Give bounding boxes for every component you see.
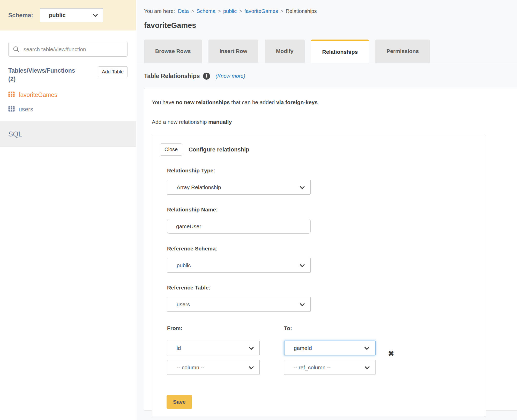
tables-header-row: Tables/Views/Functions (2) Add Table [8, 66, 128, 84]
reference-schema-label: Reference Schema: [167, 246, 486, 252]
from-column-placeholder: -- column -- [177, 364, 204, 371]
remove-mapping-icon[interactable]: ✖ [388, 350, 394, 375]
tab-bar: Browse Rows Insert Row Modify Relationsh… [137, 40, 517, 63]
tab-insert-row[interactable]: Insert Row [208, 40, 258, 63]
main-content: You are here: Data>Schema>public>favorit… [137, 0, 517, 420]
text-fragment: You have [152, 99, 176, 105]
relationship-type-select[interactable]: Array Relationship [167, 180, 311, 195]
breadcrumb-prefix: You are here: [144, 8, 175, 14]
breadcrumb-link-schema[interactable]: Schema [197, 8, 215, 14]
reference-table-label: Reference Table: [167, 285, 486, 291]
breadcrumb-link-data[interactable]: Data [178, 8, 189, 14]
schema-select[interactable]: public [40, 8, 103, 22]
page-title: favoriteGames [144, 21, 517, 30]
relationship-type-label: Relationship Type: [167, 167, 486, 174]
chevron-down-icon [249, 364, 254, 371]
breadcrumb-link-public[interactable]: public [223, 8, 237, 14]
configure-header: Close Configure relationship [160, 143, 486, 156]
tab-browse-rows[interactable]: Browse Rows [144, 40, 202, 63]
chevron-down-icon [249, 345, 254, 351]
chevron-down-icon [300, 184, 305, 190]
to-column-value: gameId [294, 345, 312, 351]
relationship-type-value: Array Relationship [177, 184, 221, 190]
breadcrumb-separator: > [239, 8, 242, 14]
sidebar-item-users[interactable]: users [8, 106, 136, 113]
breadcrumb-separator: > [280, 8, 283, 14]
relationship-name-label: Relationship Name: [167, 207, 486, 213]
chevron-down-icon [365, 364, 370, 371]
no-new-relationships-text: You have no new relationships that can b… [152, 99, 507, 105]
table-icon [8, 91, 15, 99]
from-to-mapping: From: id -- column -- [167, 325, 486, 375]
from-label: From: [167, 325, 284, 331]
breadcrumb-separator: > [191, 8, 194, 14]
text-fragment: via foreign-keys [276, 99, 318, 105]
breadcrumb-separator: > [218, 8, 221, 14]
table-name: users [19, 106, 33, 113]
breadcrumb: You are here: Data>Schema>public>favorit… [137, 0, 517, 14]
sidebar-item-favoriteGames[interactable]: favoriteGames [8, 91, 136, 99]
reference-schema-value: public [177, 262, 191, 269]
relationships-panel: You have no new relationships that can b… [144, 88, 517, 411]
to-ref-column-placeholder: -- ref_column -- [294, 364, 331, 371]
section-title: Table Relationships [144, 73, 200, 80]
info-icon: i [203, 73, 210, 80]
search-input[interactable] [8, 42, 128, 57]
from-column-placeholder-select[interactable]: -- column -- [167, 360, 260, 375]
text-fragment: Add a new relationship [152, 119, 208, 125]
reference-table-value: users [177, 301, 190, 308]
chevron-down-icon [300, 262, 305, 269]
close-button[interactable]: Close [160, 143, 182, 156]
tab-permissions[interactable]: Permissions [375, 40, 430, 63]
from-column-select[interactable]: id [167, 341, 260, 355]
breadcrumb-current: Relationships [286, 8, 317, 14]
know-more-link[interactable]: (Know more) [216, 73, 245, 79]
sql-label: SQL [8, 130, 22, 138]
tab-modify[interactable]: Modify [265, 40, 305, 63]
text-fragment: no new relationships [176, 99, 230, 105]
tab-relationships[interactable]: Relationships [311, 40, 369, 63]
schema-select-value: public [49, 12, 66, 19]
from-column-value: id [177, 345, 181, 351]
table-icon [8, 106, 15, 113]
save-button[interactable]: Save [167, 395, 192, 409]
to-label: To: [284, 325, 376, 331]
reference-schema-select[interactable]: public [167, 258, 311, 273]
add-table-button[interactable]: Add Table [98, 66, 128, 77]
hasura-data-console: Schema: public Tables/Views/Functions (2… [0, 0, 517, 420]
to-ref-column-placeholder-select[interactable]: -- ref_column -- [284, 360, 376, 375]
table-list: favoriteGames users [8, 91, 136, 113]
text-fragment: manually [208, 119, 232, 125]
reference-table-select[interactable]: users [167, 297, 311, 312]
sidebar-item-sql[interactable]: SQL [0, 121, 136, 147]
table-name: favoriteGames [19, 91, 57, 98]
relationship-name-input[interactable] [167, 219, 311, 234]
table-relationships-header: Table Relationships i (Know more) [144, 73, 517, 80]
chevron-down-icon [300, 301, 305, 308]
to-column-select[interactable]: gameId [284, 341, 376, 355]
schema-header: Schema: public [0, 0, 136, 30]
configure-title: Configure relationship [189, 146, 249, 153]
chevron-down-icon [93, 12, 98, 19]
search-icon [13, 46, 20, 54]
breadcrumb-link-favoritegames[interactable]: favoriteGames [244, 8, 278, 14]
tables-heading: Tables/Views/Functions (2) [8, 66, 81, 84]
schema-label: Schema: [8, 12, 33, 19]
table-search [8, 42, 128, 57]
add-manual-relationship-text: Add a new relationship manually [152, 119, 507, 125]
sidebar: Schema: public Tables/Views/Functions (2… [0, 0, 136, 420]
configure-relationship-box: Close Configure relationship Relationshi… [152, 135, 486, 416]
text-fragment: that can be added [230, 99, 276, 105]
chevron-down-icon [364, 345, 369, 351]
